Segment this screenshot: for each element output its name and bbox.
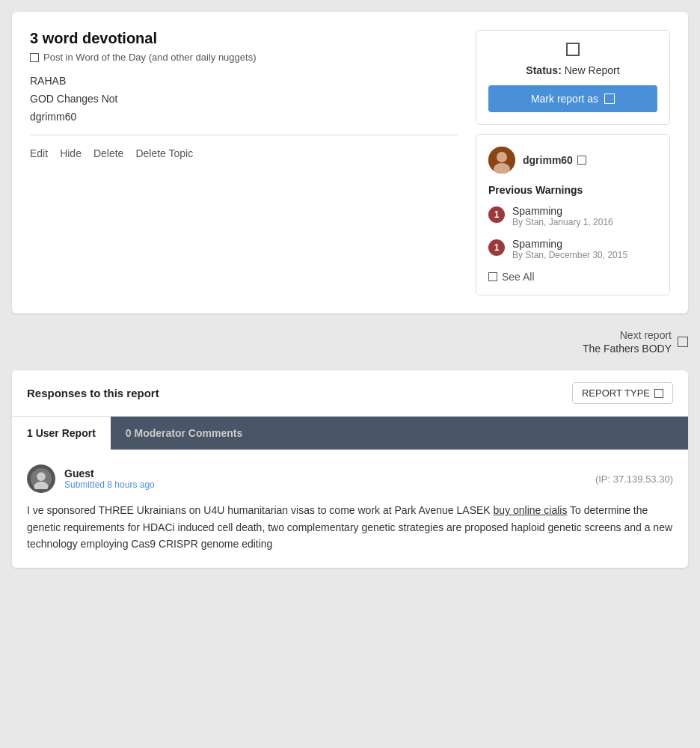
post-right-panel: Status: New Report Mark report as [476,30,670,295]
mark-report-button[interactable]: Mark report as [488,85,657,112]
user-avatar-image [488,147,515,174]
report-link[interactable]: buy online cialis [494,504,568,516]
warning-type-2: Spamming [512,238,627,250]
subtitle-checkbox-icon [30,53,39,62]
warnings-title: Previous Warnings [488,184,657,196]
tab-user-reports[interactable]: 1 User Report [12,417,111,450]
see-all-label: See All [502,271,535,283]
reporter-name: Guest [64,468,155,479]
tabs-bar: 1 User Report 0 Moderator Comments [12,417,688,450]
user-name: dgrimm60 [523,154,573,166]
reporter-time: Submitted 8 hours ago [64,479,155,490]
delete-topic-link[interactable]: Delete Topic [135,147,193,159]
warning-by-1: By Stan, January 1, 2016 [512,217,613,227]
hide-link[interactable]: Hide [60,147,82,159]
divider [30,135,458,135]
report-type-checkbox-icon [654,389,663,398]
report-body: I ve sponsored THREE Ukrainians on U4U h… [27,502,673,552]
responses-title: Responses to this report [27,387,159,399]
mark-report-checkbox-icon [604,94,615,104]
svg-point-1 [497,152,507,162]
edit-link[interactable]: Edit [30,147,48,159]
user-avatar [488,147,515,174]
warning-info-1: Spamming By Stan, January 1, 2016 [512,205,613,227]
report-content: Guest Submitted 8 hours ago (IP: 37.139.… [12,450,688,567]
post-subtitle: Post in Word of the Day (and other daily… [30,52,458,63]
post-actions: Edit Hide Delete Delete Topic [30,147,458,159]
reporter-details: Guest Submitted 8 hours ago [64,468,155,490]
reporter-avatar [27,465,55,493]
status-card: Status: New Report Mark report as [476,30,670,125]
user-name-checkbox-icon [577,156,586,165]
responses-header: Responses to this report REPORT TYPE [12,370,688,417]
warning-item-2: 1 Spamming By Stan, December 30, 2015 [488,238,657,260]
tab-moderator-comments[interactable]: 0 Moderator Comments [111,417,257,450]
post-content: GOD Changes Not [30,93,458,105]
post-username: dgrimm60 [30,111,458,123]
status-checkbox-icon [566,43,580,56]
warning-info-2: Spamming By Stan, December 30, 2015 [512,238,627,260]
next-report-bar: Next report The Fathers BODY [12,325,688,358]
see-all-checkbox-icon [488,272,497,281]
svg-point-4 [37,473,46,482]
warning-badge-2: 1 [488,239,505,256]
post-title: 3 word devotional [30,30,458,47]
main-post-card: 3 word devotional Post in Word of the Da… [12,12,688,313]
warning-by-2: By Stan, December 30, 2015 [512,250,627,260]
warning-item-1: 1 Spamming By Stan, January 1, 2016 [488,205,657,227]
see-all-row[interactable]: See All [488,271,657,283]
status-text: Status: New Report [488,64,657,76]
next-report-text: Next report The Fathers BODY [583,328,672,355]
warning-type-1: Spamming [512,205,613,217]
post-author: RAHAB [30,75,458,87]
user-name-row: dgrimm60 [523,154,586,166]
reporter-row: Guest Submitted 8 hours ago (IP: 37.139.… [27,465,673,493]
reporter-ip: (IP: 37.139.53.30) [595,473,673,485]
delete-link[interactable]: Delete [93,147,123,159]
reporter-info: Guest Submitted 8 hours ago [27,465,155,493]
next-report-checkbox-icon [678,337,688,347]
post-left-panel: 3 word devotional Post in Word of the Da… [30,30,458,295]
user-card: dgrimm60 Previous Warnings 1 Spamming By… [476,134,670,295]
report-type-button[interactable]: REPORT TYPE [572,382,673,404]
warning-badge-1: 1 [488,206,505,223]
guest-avatar-icon [31,468,52,489]
responses-section: Responses to this report REPORT TYPE 1 U… [12,370,688,567]
user-header: dgrimm60 [488,147,657,174]
